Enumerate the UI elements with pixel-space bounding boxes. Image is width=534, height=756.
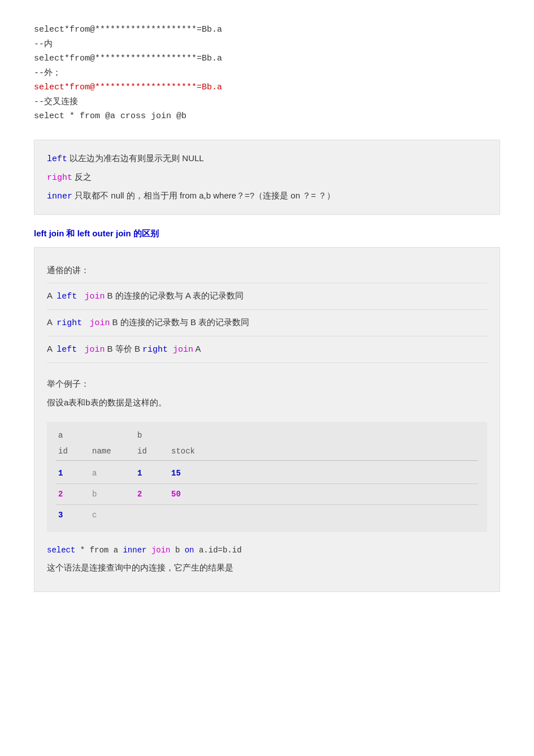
code-text: select * from @a cross join @b <box>34 111 186 121</box>
info-box: left 以左边为准右边有则显示无则 NULL right 反之 inner 只… <box>34 140 500 215</box>
a-text: a <box>114 546 123 555</box>
code-text: --交叉连接 <box>34 97 78 107</box>
a-text-2: A <box>47 317 52 327</box>
table-row-3: 3 c <box>56 505 478 525</box>
code-line-6: --交叉连接 <box>34 95 500 110</box>
code-line-4: --外； <box>34 66 500 81</box>
select-kw: select <box>47 546 75 555</box>
query-desc-area: 这个语法是连接查询中的内连接，它产生的结果是 <box>47 558 487 581</box>
code-line-7: select * from @a cross join @b <box>34 109 500 124</box>
cell-id1-r2: 2 <box>56 487 90 501</box>
code-text: select*from@********************=Bb.a <box>34 83 222 92</box>
left-kw-1: left <box>57 292 82 301</box>
select-query-line: select * from a inner join b on a.id=b.i… <box>47 539 487 558</box>
code-text: --外； <box>34 68 61 78</box>
example-intro-text: 举个例子： <box>47 379 89 388</box>
row2-text: B 的连接的记录数与 B 表的记录数同 <box>112 317 250 327</box>
code-line-1: select*from@********************=Bb.a <box>34 23 500 37</box>
from-text: from <box>90 546 109 555</box>
cell-stock-r3 <box>169 508 214 522</box>
code-line-5: select*from@********************=Bb.a <box>34 80 500 95</box>
right-kw-2: right <box>57 318 87 328</box>
header-id2: id <box>135 444 169 458</box>
cell-id1-r1: 1 <box>56 466 90 480</box>
table-label-a: a <box>56 429 135 442</box>
cell-name-r2: b <box>90 487 135 501</box>
right-keyword: right <box>47 173 72 183</box>
code-line-3: select*from@********************=Bb.a <box>34 51 500 66</box>
top-code-section: select*from@********************=Bb.a --… <box>34 23 500 124</box>
left-kw-3: left <box>57 345 82 355</box>
inner-keyword: inner <box>47 192 72 201</box>
info-text-3: 只取都不 null 的，相当于用 from a,b where？=?（连接是 o… <box>75 191 335 200</box>
intro-text: 通俗的讲： <box>47 265 89 275</box>
join-kw-3: join <box>84 345 105 355</box>
header-stock: stock <box>169 444 214 458</box>
table-row-1: 1 a 1 15 <box>56 463 478 484</box>
join-kw: join <box>151 546 171 555</box>
table-labels-row: a b <box>56 429 478 442</box>
table-area: a b id name id stock 1 a 1 15 2 b 2 50 3… <box>47 422 487 532</box>
join-kw-2: join <box>89 318 110 328</box>
info-line-1: left 以左边为准右边有则显示无则 NULL <box>47 150 487 167</box>
row1-text: B 的连接的记录数与 A 表的记录数同 <box>107 291 244 300</box>
row3-text-end: A <box>195 344 201 353</box>
code-text: --内 <box>34 40 53 49</box>
join-kw-3b: join <box>173 345 193 355</box>
code-text: select*from@********************=Bb.a <box>34 54 222 63</box>
join-kw-1: join <box>84 292 105 301</box>
inner-kw: inner <box>123 546 146 555</box>
info-text-2: 反之 <box>75 172 92 182</box>
join-row-3: A left join B 等价 B right join A <box>47 336 487 363</box>
cell-name-r1: a <box>90 466 135 480</box>
table-row-2: 2 b 2 50 <box>56 484 478 505</box>
cell-id2-r1: 1 <box>135 466 169 480</box>
code-line-2: --内 <box>34 37 500 52</box>
star-text: * <box>80 546 90 555</box>
header-name: name <box>90 444 135 458</box>
intro-row: 通俗的讲： <box>47 258 487 283</box>
example-desc-area: 假设a表和b表的数据是这样的。 <box>47 394 487 415</box>
left-keyword: left <box>47 154 67 164</box>
cell-id2-r2: 2 <box>135 487 169 501</box>
table-headers: id name id stock <box>56 444 478 461</box>
cell-id1-r3: 3 <box>56 508 90 522</box>
join-row-2: A right join B 的连接的记录数与 B 表的记录数同 <box>47 310 487 336</box>
cell-stock-r1: 15 <box>169 466 214 480</box>
right-kw-3: right <box>142 345 173 355</box>
cell-name-r3: c <box>90 508 135 522</box>
join-section-title-area: left join 和 left outer join 的区别 <box>34 228 500 239</box>
on-kw: on <box>185 546 194 555</box>
join-row-1: A left join B 的连接的记录数与 A 表的记录数同 <box>47 283 487 310</box>
row3-text-mid: B 等价 B <box>107 344 143 353</box>
b-text: b <box>175 546 185 555</box>
query-desc-text: 这个语法是连接查询中的内连接，它产生的结果是 <box>47 563 233 572</box>
table-label-b: b <box>135 429 214 442</box>
a-text-3: A <box>47 344 52 353</box>
info-text-1: 以左边为准右边有则显示无则 NULL <box>70 153 204 163</box>
main-content-box: 通俗的讲： A left join B 的连接的记录数与 A 表的记录数同 A … <box>34 247 500 592</box>
example-intro-area: 举个例子： <box>47 374 487 394</box>
cell-id2-r3 <box>135 508 169 522</box>
example-desc-text: 假设a表和b表的数据是这样的。 <box>47 398 167 407</box>
info-line-3: inner 只取都不 null 的，相当于用 from a,b where？=?… <box>47 188 487 204</box>
join-section-title: left join 和 left outer join 的区别 <box>34 228 159 238</box>
cell-stock-r2: 50 <box>169 487 214 501</box>
code-text: select*from@********************=Bb.a <box>34 25 222 34</box>
info-line-2: right 反之 <box>47 169 487 185</box>
condition-text: a.id=b.id <box>199 546 242 555</box>
a-text-1: A <box>47 291 52 300</box>
header-id1: id <box>56 444 90 458</box>
